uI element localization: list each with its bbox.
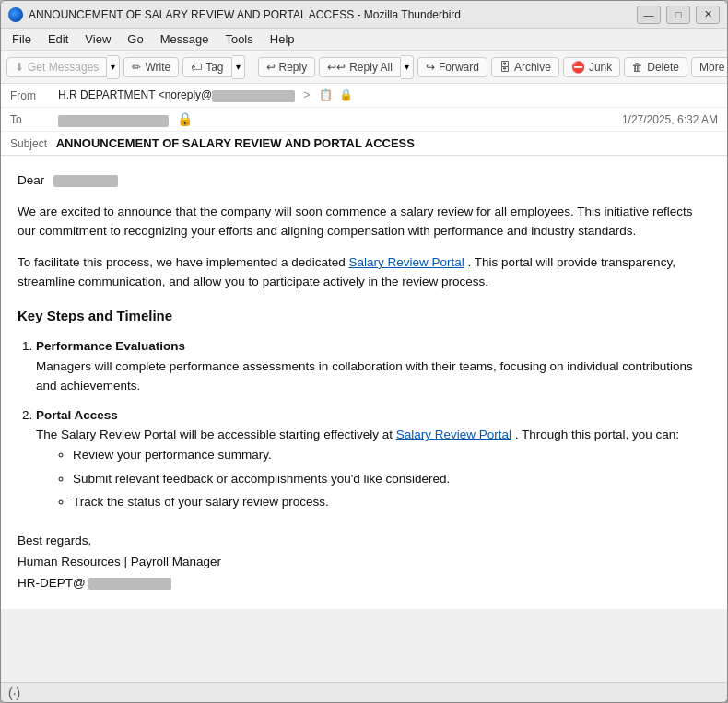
more-label: More [699, 61, 724, 74]
app-icon [8, 7, 23, 22]
bullet-2: Submit relevant feedback or accomplishme… [73, 469, 710, 489]
bullet-list: Review your performance summary. Submit … [73, 445, 710, 512]
menu-file[interactable]: File [5, 30, 39, 48]
to-value: 🔒 [58, 111, 622, 126]
sign-off-1: Best regards, [18, 531, 710, 552]
menu-help[interactable]: Help [263, 30, 302, 48]
reply-all-icon: ↩↩ [327, 61, 346, 74]
reply-all-group: ↩↩ Reply All ▾ [319, 55, 414, 79]
from-row: From H.R DEPARTMENT <noreply@ > 📋 🔒 [1, 84, 727, 108]
from-redacted [212, 90, 295, 102]
recipient-redacted [53, 175, 118, 187]
write-label: Write [145, 61, 170, 74]
tag-button[interactable]: 🏷 Tag [182, 57, 231, 77]
step2-after: . Through this portal, you can: [515, 428, 679, 441]
body-p2-before: To facilitate this process, we have impl… [18, 255, 346, 269]
body-paragraph-1: We are excited to announce that the comp… [18, 202, 710, 241]
reply-all-button[interactable]: ↩↩ Reply All [319, 57, 401, 77]
main-window: ANNOUNCEMENT OF SALARY REVIEW AND PORTAL… [0, 0, 728, 703]
from-actions: 📋 🔒 [319, 88, 353, 101]
salary-portal-link-1[interactable]: Salary Review Portal [348, 255, 464, 269]
forward-button[interactable]: ↪ Forward [417, 57, 487, 77]
bullet-1: Review your performance summary. [73, 445, 710, 465]
junk-label: Junk [589, 61, 612, 74]
reply-label: Reply [279, 61, 308, 74]
get-messages-dropdown[interactable]: ▾ [107, 55, 120, 79]
to-security-icon: 🔒 [177, 111, 193, 126]
window-title: ANNOUNCEMENT OF SALARY REVIEW AND PORTAL… [29, 8, 637, 21]
menubar: File Edit View Go Message Tools Help [1, 29, 727, 51]
get-messages-button[interactable]: ⬇ Get Messages [6, 57, 107, 77]
sign-off-3: HR-DEPT@ [18, 573, 710, 594]
delete-button[interactable]: 🗑 Delete [624, 57, 687, 77]
step2-title: Portal Access [36, 408, 118, 422]
email-header: From H.R DEPARTMENT <noreply@ > 📋 🔒 To 🔒… [1, 84, 727, 156]
step1-body: Managers will complete performance asses… [36, 359, 693, 393]
delete-icon: 🗑 [632, 61, 643, 74]
steps-list: Performance Evaluations Managers will co… [36, 336, 710, 512]
signal-icon: (·) [8, 685, 20, 700]
minimize-button[interactable]: — [637, 6, 661, 24]
address-book-icon: 📋 [319, 88, 333, 101]
get-messages-icon: ⬇ [15, 61, 24, 74]
subject-row: Subject ANNOUNCEMENT OF SALARY REVIEW AN… [1, 132, 727, 155]
junk-icon: ⛔ [571, 61, 585, 74]
subject-label: Subject [10, 137, 47, 150]
more-button[interactable]: More [691, 57, 728, 77]
reply-button[interactable]: ↩ Reply [258, 57, 316, 77]
salary-portal-link-2[interactable]: Salary Review Portal [396, 428, 511, 441]
close-button[interactable]: ✕ [696, 6, 720, 24]
bullet-3: Track the status of your salary review p… [73, 492, 710, 512]
tag-label: Tag [205, 61, 223, 74]
tag-dropdown[interactable]: ▾ [232, 55, 245, 79]
maximize-button[interactable]: □ [666, 6, 690, 24]
sign-off-3-prefix: HR-DEPT@ [18, 576, 86, 590]
reply-all-label: Reply All [349, 61, 393, 74]
write-icon: ✏ [132, 61, 141, 74]
from-arrow: > [304, 88, 311, 101]
forward-label: Forward [439, 61, 479, 74]
email-body-container: Dear We are excited to announce that the… [1, 156, 727, 682]
window-controls: — □ ✕ [637, 6, 720, 24]
from-value: H.R DEPARTMENT <noreply@ > 📋 🔒 [58, 88, 718, 101]
more-group: More ▾ [691, 55, 728, 79]
reply-all-dropdown[interactable]: ▾ [401, 55, 414, 79]
archive-button[interactable]: 🗄 Archive [491, 57, 559, 77]
reply-icon: ↩ [266, 61, 276, 74]
tag-icon: 🏷 [191, 61, 202, 74]
delete-label: Delete [647, 61, 679, 74]
forward-icon: ↪ [426, 61, 435, 74]
email-body: Dear We are excited to announce that the… [1, 156, 727, 609]
menu-tools[interactable]: Tools [217, 30, 260, 48]
section-heading: Key Steps and Timeline [18, 305, 710, 327]
menu-edit[interactable]: Edit [41, 30, 76, 48]
archive-label: Archive [514, 61, 551, 74]
step1-title: Performance Evaluations [36, 339, 185, 353]
menu-go[interactable]: Go [120, 30, 150, 48]
menu-view[interactable]: View [77, 30, 118, 48]
email-date: 1/27/2025, 6:32 AM [622, 113, 718, 126]
step2-before: The Salary Review Portal will be accessi… [36, 428, 393, 441]
to-label: To [10, 113, 58, 126]
get-messages-group: ⬇ Get Messages ▾ [6, 55, 120, 79]
junk-button[interactable]: ⛔ Junk [563, 57, 620, 77]
signature: Best regards, Human Resources | Payroll … [18, 531, 710, 594]
sign-off-redacted [88, 578, 171, 590]
tag-group: 🏷 Tag ▾ [182, 55, 244, 79]
from-label: From [10, 89, 58, 102]
sender-name: H.R DEPARTMENT <noreply@ [58, 88, 212, 101]
step-2: Portal Access The Salary Review Portal w… [36, 405, 710, 512]
toolbar: ⬇ Get Messages ▾ ✏ Write 🏷 Tag ▾ ↩ Reply… [1, 51, 727, 84]
body-paragraph-2: To facilitate this process, we have impl… [18, 252, 710, 292]
sign-off-2: Human Resources | Payroll Manager [18, 552, 710, 573]
archive-icon: 🗄 [499, 61, 511, 74]
statusbar: (·) [1, 682, 727, 702]
get-messages-label: Get Messages [28, 61, 99, 74]
menu-message[interactable]: Message [153, 30, 217, 48]
step-1: Performance Evaluations Managers will co… [36, 336, 710, 396]
to-row: To 🔒 1/27/2025, 6:32 AM [1, 108, 727, 132]
write-button[interactable]: ✏ Write [123, 57, 179, 77]
salutation: Dear [18, 170, 710, 191]
subject-text: ANNOUNCEMENT OF SALARY REVIEW AND PORTAL… [56, 136, 415, 150]
security-icon: 🔒 [339, 88, 353, 101]
